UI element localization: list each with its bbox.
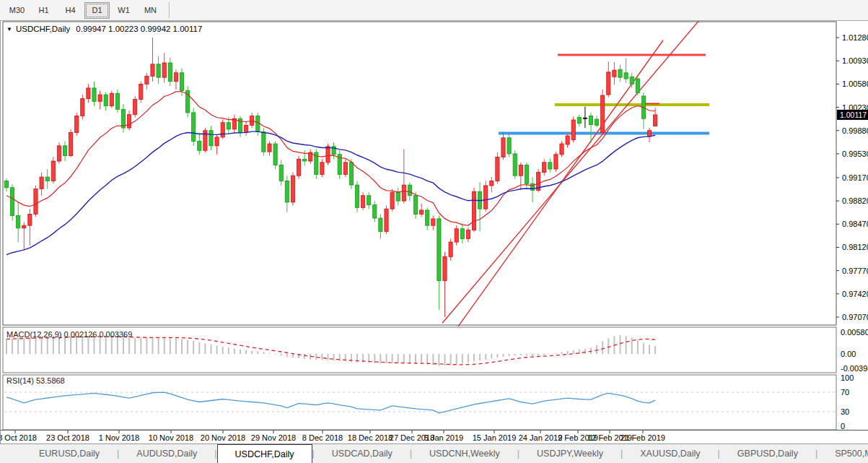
symbol-tabbar: EURUSD,Daily|AUDUSD,Daily|USDCHF,Daily|U… — [0, 443, 868, 463]
candle-body — [496, 157, 499, 181]
candle-body — [472, 191, 475, 230]
tab-xauusd-daily[interactable]: XAUUSD,Daily — [623, 444, 717, 463]
macd-axis-label: 0.005802 — [841, 328, 868, 337]
chart-area[interactable]: 1.012801.009301.005801.002300.998800.995… — [0, 21, 868, 443]
candle-body — [560, 144, 564, 155]
tab-sp500-m15[interactable]: SP500,M15 — [817, 444, 868, 463]
candle-body — [460, 229, 464, 239]
tab-audusd-daily[interactable]: AUDUSD,Daily — [119, 444, 214, 463]
timeframe-button-m30[interactable]: M30 — [4, 2, 30, 19]
timeframe-button-h1[interactable]: H1 — [31, 2, 56, 19]
candle-body — [215, 137, 219, 146]
date-tick-label: 29 Nov 2018 — [251, 433, 296, 442]
ohlc-values: 0.99947 1.00223 0.99942 1.00117 — [76, 25, 202, 33]
candle-body — [174, 73, 177, 82]
symbol-label: USDCHF,Daily — [16, 25, 70, 33]
candle-body — [589, 116, 592, 125]
price-tick-label: 0.99530 — [842, 150, 868, 158]
candle-body — [618, 69, 622, 77]
price-tick-label: 0.99880 — [842, 126, 868, 135]
candle-body — [303, 159, 307, 161]
rsi-axis-label: 100 — [841, 373, 854, 382]
candle-body — [437, 219, 441, 280]
rsi-panel-frame — [3, 375, 836, 430]
candle-body — [601, 95, 605, 132]
candle-body — [566, 136, 569, 144]
date-tick-label: 21 Feb 2019 — [621, 433, 665, 442]
candle-body — [361, 196, 365, 208]
candle-body — [408, 185, 411, 196]
tab-eurusd-daily[interactable]: EURUSD,Daily — [22, 444, 117, 463]
candle-body — [367, 196, 371, 205]
candle-body — [390, 192, 394, 209]
candle-body — [402, 185, 405, 201]
rsi-axis-label: 30 — [841, 407, 849, 416]
candle-body — [595, 119, 599, 125]
timeframe-button-d1[interactable]: D1 — [84, 2, 110, 19]
rsi-name: RSI(14) — [6, 376, 34, 385]
candle-body — [513, 154, 517, 176]
price-tick-label: 0.98470 — [842, 220, 868, 228]
candle-body — [490, 181, 494, 186]
candle-body — [654, 115, 657, 126]
candle-body — [385, 209, 388, 231]
candle-body — [484, 186, 488, 209]
candle-body — [104, 95, 108, 106]
price-tick-label: 1.01280 — [842, 33, 868, 42]
candle-body — [349, 163, 353, 185]
date-tick-label: 18 Dec 2018 — [348, 433, 393, 442]
candle-body — [501, 138, 505, 157]
mt4-window: M30H1H4D1W1MN 1.012801.009301.005801.002… — [0, 0, 868, 463]
candle-body — [624, 73, 628, 79]
macd-axis-label: 0.00 — [841, 350, 856, 358]
tab-usdcnh-weekly[interactable]: USDCNH,Weekly — [412, 444, 517, 463]
candle-body — [326, 147, 330, 163]
candle-body — [121, 109, 125, 128]
timeframe-button-w1[interactable]: W1 — [111, 2, 136, 19]
candle-body — [373, 205, 377, 218]
macd-axis-label: -0.003945 — [841, 364, 868, 373]
tab-gbpusd-daily[interactable]: GBPUSD,Daily — [720, 444, 815, 463]
candle-body — [87, 88, 90, 99]
rsi-axis-label: 0 — [841, 422, 845, 430]
candle-body — [145, 76, 149, 84]
candle-body — [519, 165, 522, 176]
candle-body — [297, 159, 300, 176]
chart-canvas[interactable]: 1.012801.009301.005801.002300.998800.995… — [1, 21, 868, 443]
date-tick-label: 10 Nov 2018 — [149, 433, 193, 442]
candle-body — [613, 70, 616, 77]
candle-body — [22, 225, 26, 228]
candle-body — [630, 77, 634, 84]
macd-name: MACD(12,26,9) — [6, 330, 61, 339]
candle-body — [245, 125, 248, 132]
tab-usdchf-daily[interactable]: USDCHF,Daily — [217, 444, 312, 463]
candle-body — [110, 93, 113, 105]
candle-body — [525, 165, 528, 184]
candle-body — [92, 88, 96, 101]
candle-body — [548, 163, 552, 169]
date-tick-label: 20 Nov 2018 — [201, 433, 245, 442]
tab-usdjpy-weekly[interactable]: USDJPY,Weekly — [520, 444, 621, 463]
macd-label: MACD(12,26,9) 0.002126 0.003369 — [6, 330, 132, 339]
candle-body — [69, 132, 73, 155]
candle-body — [647, 131, 651, 137]
tab-usdcad-daily[interactable]: USDCAD,Daily — [315, 444, 410, 463]
candle-body — [455, 229, 458, 242]
candle-body — [151, 64, 154, 77]
candle-body — [543, 163, 546, 173]
timeframe-button-h4[interactable]: H4 — [58, 2, 83, 19]
candle-body — [45, 177, 49, 181]
candle-body — [291, 176, 294, 202]
date-tick-label: 24 Jan 2019 — [519, 433, 563, 442]
candle-body — [279, 165, 283, 181]
symbol-dropdown-icon[interactable]: ▼ — [6, 26, 12, 33]
candle-body — [81, 99, 84, 116]
candle-body — [98, 95, 102, 101]
candle-body — [57, 146, 61, 161]
candle-body — [157, 64, 160, 77]
price-tick-label: 0.98820 — [842, 196, 868, 205]
candle-body — [396, 192, 400, 201]
candle-body — [139, 84, 143, 99]
timeframe-button-mn[interactable]: MN — [138, 2, 163, 19]
candle-body — [11, 188, 14, 216]
